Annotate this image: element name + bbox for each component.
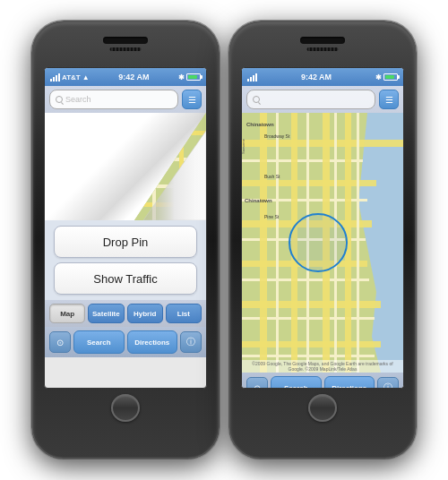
right-search-toolbar-button[interactable]: Search — [271, 376, 322, 389]
phones-container: AT&T ▲ 9:42 AM ✱ Search ☰ — [31, 21, 417, 459]
right-search-input[interactable] — [246, 90, 375, 109]
right-directions-toolbar-button[interactable]: Directions — [324, 376, 375, 389]
right-bluetooth-icon: ✱ — [375, 73, 382, 81]
left-search-bar: Search ☰ — [45, 86, 206, 113]
left-status-left: AT&T ▲ — [50, 73, 90, 81]
map-type-satellite[interactable]: Satellite — [88, 304, 124, 323]
map-type-bar: Map Satellite Hybrid List — [45, 300, 206, 327]
right-battery-fill — [385, 75, 394, 79]
bluetooth-icon: ✱ — [178, 73, 185, 81]
bookmark-button[interactable]: ☰ — [182, 90, 202, 109]
left-map-area — [45, 113, 206, 220]
wifi-icon: ▲ — [82, 73, 90, 81]
right-status-left — [247, 73, 257, 81]
right-status-bar: 9:42 AM ✱ — [242, 68, 403, 86]
left-home-button[interactable] — [111, 394, 140, 422]
speaker-top — [110, 47, 142, 51]
map-type-map[interactable]: Map — [49, 304, 85, 323]
curl-fold — [143, 131, 206, 220]
svg-text:Chinatown: Chinatown — [245, 198, 272, 203]
right-map: Broadway St Bush St Pine St Sansome Chin… — [242, 113, 403, 373]
info-icon[interactable]: ⓘ — [180, 331, 202, 353]
right-search-bar: ☰ — [242, 86, 403, 113]
svg-text:Broadway St: Broadway St — [264, 133, 290, 139]
carrier-label: AT&T — [62, 73, 81, 81]
buttons-panel: Drop Pin Show Traffic — [45, 220, 206, 300]
left-screen: AT&T ▲ 9:42 AM ✱ Search ☰ — [44, 67, 207, 389]
right-screen: 9:42 AM ✱ ☰ — [241, 67, 404, 389]
svg-text:Pine St: Pine St — [264, 214, 280, 219]
signal-bars — [50, 73, 60, 81]
search-placeholder: Search — [65, 95, 91, 104]
search-toolbar-button[interactable]: Search — [73, 330, 125, 354]
battery — [186, 73, 201, 81]
map-type-hybrid[interactable]: Hybrid — [127, 304, 163, 323]
left-bottom-toolbar: ⊙ Search Directions ⓘ — [45, 327, 206, 357]
left-iphone: AT&T ▲ 9:42 AM ✱ Search ☰ — [31, 21, 220, 459]
left-search-input[interactable]: Search — [49, 90, 178, 109]
right-gps-icon[interactable]: ⊙ — [246, 377, 268, 389]
right-battery — [383, 73, 398, 81]
directions-toolbar-button[interactable]: Directions — [127, 330, 178, 354]
right-iphone: 9:42 AM ✱ ☰ — [228, 21, 417, 459]
right-signal-bars — [247, 73, 257, 81]
left-status-bar: AT&T ▲ 9:42 AM ✱ — [45, 68, 206, 86]
svg-text:Chinatown: Chinatown — [246, 122, 274, 127]
show-traffic-button[interactable]: Show Traffic — [54, 262, 197, 295]
left-time: 9:42 AM — [118, 73, 149, 81]
svg-point-31 — [289, 214, 347, 271]
right-home-button[interactable] — [308, 394, 337, 422]
map-type-list[interactable]: List — [166, 304, 202, 323]
right-time: 9:42 AM — [301, 73, 332, 81]
drop-pin-button[interactable]: Drop Pin — [54, 226, 197, 258]
svg-rect-27 — [276, 113, 279, 373]
right-speaker-top — [307, 47, 339, 51]
search-icon — [56, 96, 63, 103]
right-bookmark-button[interactable]: ☰ — [379, 90, 399, 109]
right-search-icon — [253, 96, 260, 103]
right-status-right: ✱ — [375, 73, 398, 81]
svg-rect-30 — [357, 113, 359, 373]
right-info-icon[interactable]: ⓘ — [377, 377, 399, 389]
gps-icon[interactable]: ⊙ — [49, 331, 71, 353]
svg-text:Bush St: Bush St — [264, 174, 280, 179]
left-status-right: ✱ — [178, 73, 201, 81]
map-copyright: ©2009 Google, The Google Maps, and Googl… — [242, 360, 403, 373]
right-bottom-toolbar: ⊙ Search Directions ⓘ — [242, 373, 403, 389]
svg-rect-23 — [260, 113, 267, 373]
battery-fill — [188, 75, 197, 79]
svg-text:Sansome: Sansome — [242, 138, 246, 154]
